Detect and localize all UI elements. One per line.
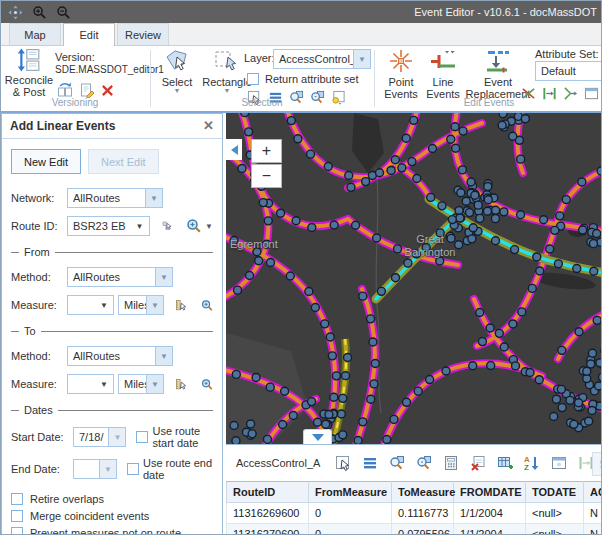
map-zoom-in-button[interactable]: + <box>251 139 282 163</box>
attribute-set-label: Attribute Set: <box>535 48 599 60</box>
zoom-route-dropdown-arrow[interactable]: ▼ <box>205 222 213 231</box>
table-select-icon[interactable] <box>335 455 351 471</box>
route-id-combobox[interactable]: BSR23 EB ▼ <box>67 216 150 236</box>
line-events-button[interactable]: Line Events <box>423 48 463 100</box>
delete-version-icon[interactable] <box>101 84 114 97</box>
zoom-out-icon[interactable] <box>55 4 71 20</box>
to-measure-picker-icon[interactable] <box>175 377 188 392</box>
next-edit-button[interactable]: Next Edit <box>88 149 159 174</box>
pan-icon[interactable] <box>7 4 23 20</box>
tab-edit[interactable]: Edit <box>63 23 115 46</box>
from-method-label: Method: <box>11 271 63 283</box>
network-dropdown[interactable]: AllRoutes ▼ <box>67 188 163 208</box>
to-method-dropdown-arrow[interactable]: ▼ <box>155 347 172 365</box>
layer-dropdown[interactable]: AccessControl_A ▼ <box>273 49 371 69</box>
titlebar: Event Editor - v10.6.1 - docMassDOT <box>1 1 602 23</box>
start-date-label: Start Date: <box>11 431 69 443</box>
from-zoom-measure-icon[interactable] <box>201 298 214 313</box>
table-row[interactable]: 11316269600 0 0.1116773 1/1/2004 <null> … <box>227 503 602 524</box>
attribute-set-dropdown[interactable]: Default <box>535 61 602 81</box>
version-value: SDE.MASSDOT_editor1 <box>55 64 164 75</box>
reconcile-post-icon <box>17 48 41 72</box>
line-events-icon <box>430 48 456 74</box>
table-show-selected-icon[interactable] <box>362 455 378 471</box>
layer-dropdown-arrow[interactable]: ▼ <box>353 50 370 68</box>
use-route-start-checkbox[interactable] <box>136 431 148 443</box>
panel-close-icon[interactable]: ✕ <box>203 120 214 132</box>
versioning-group-label: Versioning <box>1 97 149 108</box>
to-units-dropdown[interactable]: Miles ▼ <box>118 374 164 394</box>
end-date-dropdown-arrow[interactable]: ▼ <box>99 460 116 478</box>
from-method-dropdown[interactable]: AllRoutes ▼ <box>67 267 173 287</box>
save-button[interactable]: S <box>592 452 602 476</box>
from-measure-picker-icon[interactable] <box>175 298 188 313</box>
start-date-dropdown-arrow[interactable]: ▼ <box>108 428 125 446</box>
from-units-dropdown[interactable]: Miles ▼ <box>118 295 164 315</box>
new-version-icon[interactable] <box>79 82 95 98</box>
select-route-on-map-icon[interactable] <box>162 218 173 234</box>
map-graphics <box>226 113 602 444</box>
zoom-to-route-icon[interactable] <box>186 218 202 234</box>
network-dropdown-arrow[interactable]: ▼ <box>145 189 162 207</box>
prevent-measures-checkbox[interactable] <box>11 527 23 535</box>
to-method-label: Method: <box>11 350 63 362</box>
from-measure-label: Measure: <box>11 299 63 311</box>
add-record-icon[interactable] <box>497 455 513 471</box>
start-date-combobox[interactable]: 7/18/ ▼ <box>73 427 126 447</box>
refresh-version-icon[interactable] <box>57 82 73 98</box>
to-method-dropdown[interactable]: AllRoutes ▼ <box>67 346 173 366</box>
rectangle-select-icon <box>214 48 240 74</box>
from-measure-combobox[interactable]: ▼ <box>67 295 114 315</box>
merge-coincident-checkbox[interactable] <box>11 510 23 522</box>
rectangle-dropdown-arrow[interactable]: ▼ <box>224 88 231 94</box>
table-zoom-selected-icon[interactable] <box>389 455 405 471</box>
use-route-end-checkbox[interactable] <box>127 463 139 475</box>
map-canvas[interactable]: Egremont Great Barrington + − <box>226 113 602 444</box>
col-tomeasure[interactable]: ToMeasure <box>392 482 454 503</box>
chevron-down-icon <box>312 434 324 441</box>
col-frommeasure[interactable]: FromMeasure <box>309 482 392 503</box>
select-dropdown-arrow[interactable]: ▼ <box>174 88 181 94</box>
to-units-dropdown-arrow[interactable]: ▼ <box>146 375 163 393</box>
from-measure-dropdown-arrow[interactable]: ▼ <box>95 301 113 310</box>
table-header-row: RouteID FromMeasure ToMeasure FROMDATE T… <box>227 482 602 503</box>
sort-icon[interactable]: AZ <box>524 455 540 471</box>
tab-review[interactable]: Review <box>117 23 169 45</box>
col-ac[interactable]: AC <box>584 482 602 503</box>
select-button[interactable]: Select ▼ <box>156 48 198 94</box>
table-row[interactable]: 11316270600 0 0.0795596 1/1/2004 <null> … <box>227 524 602 535</box>
attribute-table-panel: AccessControl_A AZ S RouteID FromMeasure… <box>226 444 602 535</box>
delete-selected-icon[interactable] <box>470 455 486 471</box>
return-attribute-label: Return attribute set <box>265 73 359 85</box>
map-zoom-out-button[interactable]: − <box>251 164 282 188</box>
from-method-dropdown-arrow[interactable]: ▼ <box>155 268 172 286</box>
version-label: Version: <box>55 51 95 63</box>
route-id-dropdown-arrow[interactable]: ▼ <box>131 222 149 231</box>
collapse-table-button[interactable] <box>303 429 332 444</box>
from-section-separator: From <box>11 246 213 258</box>
table-toolbar: AccessControl_A AZ S <box>226 445 602 481</box>
field-calculator-icon[interactable] <box>443 455 459 471</box>
col-todate[interactable]: TODATE <box>526 482 584 503</box>
end-date-combobox[interactable]: ▼ <box>73 459 117 479</box>
network-label: Network: <box>11 192 63 204</box>
new-edit-button[interactable]: New Edit <box>11 149 81 174</box>
select-icon <box>164 48 190 74</box>
collapse-panel-button[interactable] <box>226 139 242 160</box>
table-pan-selected-icon[interactable] <box>416 455 432 471</box>
point-events-button[interactable]: Point Events <box>379 48 423 100</box>
identify-attributes-icon[interactable] <box>551 455 567 471</box>
zoom-in-icon[interactable] <box>31 4 47 20</box>
point-events-icon <box>388 48 414 74</box>
reconcile-post-button[interactable]: Reconcile & Post <box>3 48 55 98</box>
col-routeid[interactable]: RouteID <box>227 482 309 503</box>
to-zoom-measure-icon[interactable] <box>201 377 214 392</box>
panel-title: Add Linear Events <box>10 119 115 133</box>
tab-map[interactable]: Map <box>9 23 61 45</box>
return-attribute-checkbox[interactable] <box>247 73 259 85</box>
col-fromdate[interactable]: FROMDATE <box>454 482 526 503</box>
to-measure-combobox[interactable]: ▼ <box>67 374 114 394</box>
retire-overlaps-checkbox[interactable] <box>11 493 23 505</box>
to-measure-dropdown-arrow[interactable]: ▼ <box>95 380 113 389</box>
from-units-dropdown-arrow[interactable]: ▼ <box>146 296 163 314</box>
